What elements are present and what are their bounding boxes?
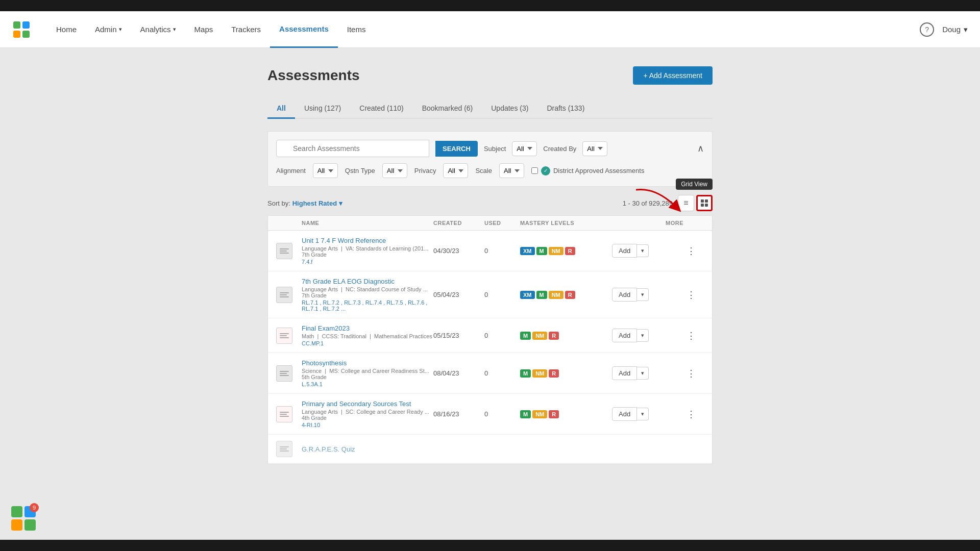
user-name: Doug (942, 25, 961, 34)
assessment-name[interactable]: Unit 1 7.4 F Word Reference (302, 237, 433, 244)
row-name-cell: Unit 1 7.4 F Word Reference Language Art… (302, 237, 433, 265)
badge-xm: XM (520, 247, 535, 255)
page-header: Assessments + Add Assessment (267, 66, 713, 85)
add-button[interactable]: Add (612, 329, 637, 342)
row-mastery: M NM R (520, 332, 612, 340)
grid-view-button[interactable] (696, 195, 713, 211)
content-area: Assessments + Add Assessment All Using (… (255, 48, 725, 505)
more-options-button[interactable]: ⋮ (683, 367, 699, 380)
nav-item-maps[interactable]: Maps (185, 11, 223, 48)
nav-item-analytics[interactable]: Analytics ▾ (131, 11, 185, 48)
table-row: Unit 1 7.4 F Word Reference Language Art… (268, 231, 712, 271)
add-dropdown-button[interactable]: ▾ (637, 329, 649, 342)
sort-value[interactable]: Highest Rated ▾ (292, 199, 342, 207)
search-input[interactable] (276, 140, 429, 157)
help-button[interactable]: ? (920, 22, 934, 37)
svg-rect-4 (701, 199, 704, 203)
tab-drafts[interactable]: Drafts (133) (537, 99, 594, 119)
privacy-label: Privacy (414, 167, 436, 174)
nav-item-trackers[interactable]: Trackers (222, 11, 270, 48)
sort-controls: Sort by: Highest Rated ▾ (267, 199, 342, 207)
collapse-filter-button[interactable]: ∧ (697, 143, 704, 154)
assessment-name[interactable]: G.R.A.P.E.S. Quiz (302, 445, 433, 453)
add-button[interactable]: Add (612, 366, 637, 380)
row-name-cell: Primary and Secondary Sources Test Langu… (302, 400, 433, 428)
row-name-cell: Final Exam2023 Math | CCSS: Traditional … (302, 324, 433, 346)
row-tags[interactable]: 7.4.f (302, 259, 433, 265)
row-meta: Language Arts | SC: College and Career R… (302, 409, 433, 421)
row-meta: Language Arts | NC: Standard Course of S… (302, 286, 433, 298)
col-header-name: NAME (302, 220, 433, 226)
nav-item-admin[interactable]: Admin ▾ (86, 11, 131, 48)
assessment-name[interactable]: Final Exam2023 (302, 324, 433, 332)
row-mastery: M NM R (520, 369, 612, 378)
scale-select[interactable]: All (499, 163, 524, 178)
add-button[interactable]: Add (612, 288, 637, 302)
more-options-cell: ⋮ (683, 408, 704, 421)
tab-all[interactable]: All (267, 99, 295, 119)
more-options-button[interactable]: ⋮ (683, 329, 699, 342)
row-add-cell: Add ▾ (612, 366, 683, 380)
more-options-cell: ⋮ (683, 288, 704, 302)
user-chevron-icon: ▾ (964, 25, 968, 34)
badge-r: R (549, 369, 559, 378)
more-options-button[interactable]: ⋮ (683, 288, 699, 302)
col-header-actions (683, 220, 704, 226)
row-name-cell: Photosynthesis Science | MS: College and… (302, 359, 433, 387)
tab-using[interactable]: Using (127) (295, 99, 350, 119)
row-created: 08/16/23 (433, 410, 484, 418)
add-assessment-button[interactable]: + Add Assessment (633, 66, 713, 85)
svg-rect-3 (22, 31, 30, 38)
nav-logo[interactable] (12, 20, 31, 39)
search-button[interactable]: SEARCH (435, 141, 478, 157)
add-dropdown-button[interactable]: ▾ (637, 288, 649, 301)
add-dropdown-button[interactable]: ▾ (637, 408, 649, 420)
scale-label: Scale (475, 167, 492, 174)
add-dropdown-button[interactable]: ▾ (637, 244, 649, 257)
tab-created[interactable]: Created (110) (350, 99, 412, 119)
row-add-cell: Add ▾ (612, 407, 683, 421)
badge-r: R (549, 410, 559, 418)
row-icon (276, 441, 292, 457)
add-button[interactable]: Add (612, 407, 637, 421)
list-view-button[interactable]: ≡ (678, 195, 694, 211)
created-by-select[interactable]: All (582, 141, 607, 156)
row-used: 0 (484, 410, 520, 418)
district-checkbox-label[interactable]: ✓ District Approved Assessments (531, 166, 644, 176)
view-toggle: ≡ Grid View (678, 195, 713, 211)
svg-rect-6 (701, 204, 704, 207)
badge-m: M (536, 291, 547, 299)
alignment-select[interactable]: All (313, 163, 338, 178)
badge-r: R (549, 332, 559, 340)
add-dropdown-button[interactable]: ▾ (637, 367, 649, 380)
user-menu[interactable]: Doug ▾ (942, 25, 968, 34)
nav-item-home[interactable]: Home (47, 11, 86, 48)
add-button[interactable]: Add (612, 244, 637, 258)
nav-item-assessments[interactable]: Assessments (270, 11, 338, 48)
district-approved-badge: ✓ (541, 166, 550, 176)
tab-updates[interactable]: Updates (3) (482, 99, 537, 119)
nav-item-items[interactable]: Items (338, 11, 375, 48)
privacy-select[interactable]: All (443, 163, 468, 178)
row-add-cell: Add ▾ (612, 244, 683, 258)
table-row: Final Exam2023 Math | CCSS: Traditional … (268, 318, 712, 353)
tab-bookmarked[interactable]: Bookmarked (6) (413, 99, 482, 119)
filter-bottom-row: Alignment All Qstn Type All Privacy All … (276, 163, 704, 178)
row-tags[interactable]: RL.7.1 , RL.7.2 , RL.7.3 , RL.7.4 , RL.7… (302, 299, 433, 312)
assessment-name[interactable]: Photosynthesis (302, 359, 433, 367)
qstn-type-select[interactable]: All (382, 163, 407, 178)
row-tags[interactable]: L.5.3A.1 (302, 381, 433, 387)
badge-m: M (520, 410, 531, 418)
more-options-button[interactable]: ⋮ (683, 408, 699, 421)
row-tags[interactable]: 4-RI.10 (302, 422, 433, 428)
district-checkbox[interactable] (531, 167, 538, 174)
assessment-name[interactable]: 7th Grade ELA EOG Diagnostic (302, 278, 433, 285)
badge-m: M (520, 332, 531, 340)
more-options-button[interactable]: ⋮ (683, 244, 699, 258)
assessment-name[interactable]: Primary and Secondary Sources Test (302, 400, 433, 408)
col-header-created: CREATED (433, 220, 484, 226)
row-mastery: XM M NM R (520, 291, 612, 299)
row-tags[interactable]: CC.MP.1 (302, 340, 433, 346)
subject-select[interactable]: All (512, 141, 537, 156)
notification-badge: 9 (30, 503, 39, 505)
